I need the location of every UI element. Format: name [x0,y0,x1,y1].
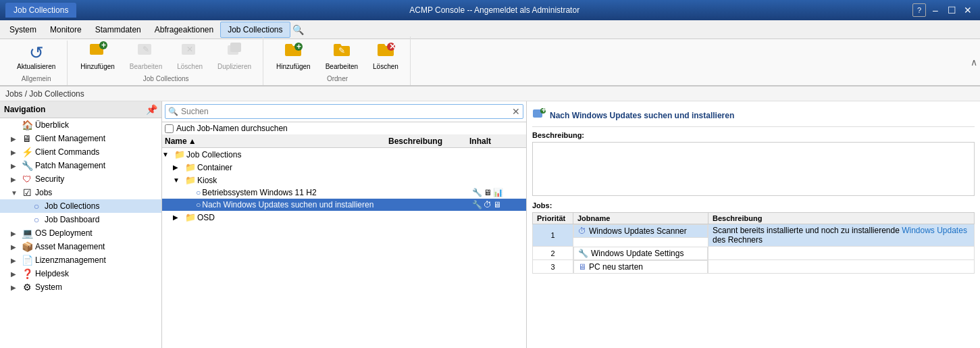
sidebar-item-system[interactable]: ▶ ⚙ System [0,280,161,294]
system-nav-label: System [35,282,62,292]
row-label-osd: OSD [197,213,391,222]
row-label-betriebssystem: Betriebssystem Windows 11 H2 [202,188,391,197]
tree-row-osd[interactable]: ▶ 📁 OSD [162,211,526,224]
jobdesc-1: Scannt bereits installierte und noch zu … [708,224,975,247]
tree-row-kiosk[interactable]: ▼ 📁 Kiosk [162,174,526,187]
job-names-checkbox[interactable] [165,124,174,133]
delete-collection-button[interactable]: ✕ Löschen [171,36,209,74]
folder-container-icon: 📁 [185,162,196,172]
sidebar-item-lizenzmanagement[interactable]: ▶ 📄 Lizenzmanagement [0,253,161,267]
maximize-button[interactable]: ☐ [945,3,958,17]
job-1-icon: ⏱ [578,226,586,236]
tree-row-container[interactable]: ▶ 📁 Container [162,161,526,174]
detail-title-icon: + [532,107,546,124]
expand-jobs-icon: ▼ [11,189,19,197]
jobname-1: ⏱ Windows Updates Scanner [573,224,708,238]
expand-os-icon: ▶ [11,230,19,237]
sidebar: Navigation 📌 🏠 Überblick ▶ 🖥 Client Mana… [0,101,162,348]
pin-icon[interactable]: 📌 [146,104,157,115]
row-icons-betriebssystem: 🔧 🖥 📊 [472,188,526,197]
job-collections-nav-icon: ○ [31,201,42,212]
asset-management-label: Asset Management [35,242,105,251]
help-button[interactable]: ? [912,3,926,17]
priority-3: 3 [533,260,573,274]
edit-folder-button[interactable]: ✎ Bearbeiten [319,36,364,74]
os-deployment-icon: 💻 [22,228,32,239]
sidebar-item-jobs[interactable]: ▼ ☑ Jobs [0,186,161,199]
detail-panel: + Nach Windows Updates suchen und instal… [527,101,980,348]
menu-job-collections[interactable]: Job Collections [220,22,290,38]
security-icon: 🛡 [22,174,32,184]
helpdesk-icon: ❓ [22,268,32,279]
job-3-icon: 🖥 [578,262,586,272]
sidebar-item-ueberblick[interactable]: 🏠 Überblick [0,118,161,132]
job-2-name: Windows Update Settings [591,249,684,258]
nw-icon-1: 🔧 [472,200,482,209]
menu-abfrageaktionen[interactable]: Abfrageaktionen [148,22,220,37]
checkbox-row: Auch Job-Namen durchsuchen [162,122,526,135]
asset-management-icon: 📦 [22,241,32,252]
job-collections-group-label: Job Collections [143,75,189,82]
tree-row-betriebssystem[interactable]: ○ Betriebssystem Windows 11 H2 🔧 🖥 📊 [162,187,526,199]
menu-system[interactable]: System [3,22,43,37]
expand-system-icon: ▶ [11,284,19,291]
job-row-1[interactable]: 1 ⏱ Windows Updates Scanner Scannt berei… [533,224,975,247]
ordner-buttons: + Hinzufügen ✎ Bearbeiten [270,36,405,74]
detail-desc-box [532,142,975,196]
detail-title: + Nach Windows Updates suchen und instal… [532,107,975,127]
ribbon-collapse-icon[interactable]: ∧ [971,57,977,68]
sidebar-item-client-commands[interactable]: ▶ ⚡ Client Commands [0,145,161,159]
sidebar-item-helpdesk[interactable]: ▶ ❓ Helpdesk [0,267,161,280]
minimize-button[interactable]: – [929,3,942,17]
folder-root-icon: 📁 [174,149,185,159]
svg-text:+: + [296,42,301,51]
add-folder-button[interactable]: + Hinzufügen [270,36,317,74]
tree-row-job-collections-root[interactable]: ▼ 📁 Job Collections [162,148,526,161]
sidebar-item-client-management[interactable]: ▶ 🖥 Client Management [0,132,161,145]
menu-monitore[interactable]: Monitore [43,22,88,37]
ueberblick-icon: 🏠 [22,120,32,130]
patch-management-icon: 🔧 [22,160,32,171]
tree-row-nach-windows[interactable]: ○ Nach Windows Updates suchen und instal… [162,199,526,211]
jobs-table: Priorität Jobname Beschreibung 1 ⏱ Windo… [532,212,975,274]
menu-stammdaten[interactable]: Stammdaten [88,22,148,37]
close-button[interactable]: ✕ [961,3,975,17]
search-bar: 🔍 ✕ [162,101,526,122]
sidebar-item-asset-management[interactable]: ▶ 📦 Asset Management [0,240,161,253]
duplicate-collection-button[interactable]: Duplizieren [211,36,257,74]
search-icon: 🔍 [168,107,178,116]
expand-client-mgmt-icon: ▶ [11,135,19,143]
job-row-2[interactable]: 2 🔧 Windows Update Settings [533,247,975,260]
add-collection-button[interactable]: + Hinzufügen [74,36,121,74]
sidebar-item-job-collections[interactable]: ○ Job Collections [0,199,161,213]
beschreibung-header: Beschreibung [708,213,975,224]
search-button[interactable]: 🔍 [290,22,307,38]
search-clear-icon[interactable]: ✕ [512,106,520,117]
jobs-label: Jobs [35,188,52,197]
delete-folder-label: Löschen [373,63,398,70]
ribbon-group-ordner: + Hinzufügen ✎ Bearbeiten [265,36,411,85]
add-folder-icon: + [284,40,303,61]
add-collection-icon: + [88,40,107,61]
sidebar-item-job-dashboard[interactable]: ○ Job Dashboard [0,213,161,226]
search-input[interactable] [181,107,512,116]
indent-osd2: ▶ [173,214,184,221]
sidebar-item-patch-management[interactable]: ▶ 🔧 Patch Management [0,159,161,172]
row-label-container: Container [197,163,391,172]
job-row-3[interactable]: 3 🖥 PC neu starten [533,260,975,274]
aktualisieren-button[interactable]: ↺ Aktualisieren [11,41,61,74]
edit-folder-icon: ✎ [332,40,351,61]
sidebar-item-security[interactable]: ▶ 🛡 Security [0,172,161,186]
sidebar-item-os-deployment[interactable]: ▶ 💻 OS Deployment [0,226,161,240]
jobs-icon: ☑ [22,187,32,198]
ueberblick-label: Überblick [35,120,69,130]
main-area: Jobs / Job Collections Navigation 📌 🏠 Üb… [0,86,980,348]
title-bar-left: Job Collections [5,3,76,18]
nw-icon-2: ⏱ [484,200,492,209]
expand-asset-icon: ▶ [11,243,19,251]
add-folder-label: Hinzufügen [276,63,311,70]
indent-c2: ▶ [173,164,184,171]
duplicate-collection-icon [225,40,244,61]
delete-folder-button[interactable]: ✕ Löschen [367,36,405,74]
edit-collection-button[interactable]: ✎ Bearbeiten [124,36,168,74]
